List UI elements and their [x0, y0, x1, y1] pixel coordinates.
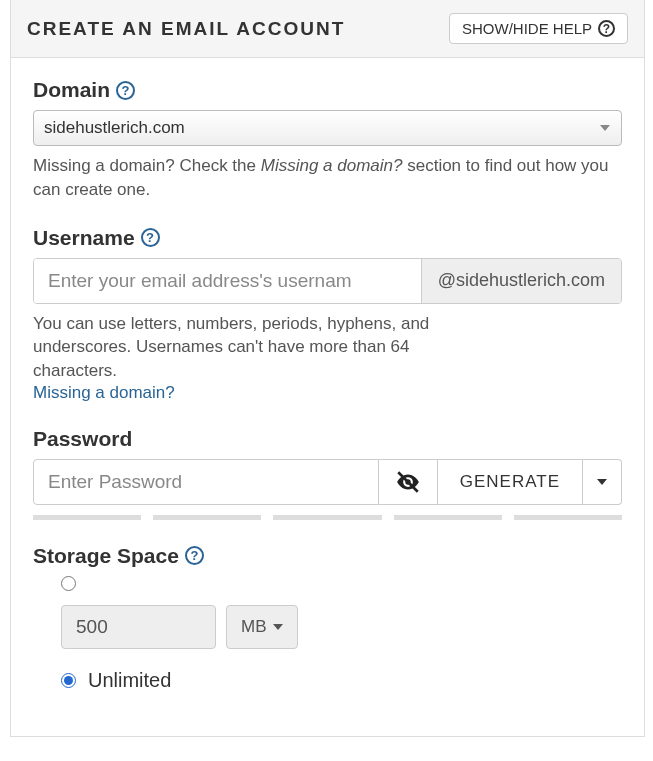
help-icon[interactable]: ?	[185, 546, 204, 565]
username-domain-suffix: @sidehustlerich.com	[421, 259, 621, 303]
page-title: Create an Email Account	[27, 18, 345, 40]
password-input-group: GENERATE	[33, 459, 622, 505]
panel-header: Create an Email Account SHOW/HIDE HELP ?	[11, 0, 644, 58]
storage-fixed-inputs: MB	[61, 605, 622, 649]
generate-password-button[interactable]: GENERATE	[438, 459, 583, 505]
password-label: Password	[33, 427, 132, 451]
domain-label: Domain	[33, 78, 110, 102]
strength-segment	[153, 515, 261, 520]
storage-unlimited-label: Unlimited	[88, 669, 171, 692]
domain-select[interactable]: sidehustlerich.com	[33, 110, 622, 146]
panel-body: Domain ? sidehustlerich.com Missing a do…	[11, 58, 644, 736]
domain-group: Domain ? sidehustlerich.com Missing a do…	[33, 78, 622, 202]
password-group: Password GENERATE	[33, 427, 622, 520]
help-button-label: SHOW/HIDE HELP	[462, 20, 592, 37]
username-group: Username ? @sidehustlerich.com You can u…	[33, 226, 622, 403]
create-email-panel: Create an Email Account SHOW/HIDE HELP ?…	[10, 0, 645, 737]
storage-fixed-option	[61, 576, 622, 591]
show-hide-help-button[interactable]: SHOW/HIDE HELP ?	[449, 13, 628, 44]
password-strength-meter	[33, 515, 622, 520]
storage-unlimited-radio[interactable]	[61, 673, 76, 688]
eye-slash-icon	[395, 469, 421, 495]
password-input[interactable]	[33, 459, 379, 505]
storage-amount-input[interactable]	[61, 605, 216, 649]
strength-segment	[273, 515, 381, 520]
question-icon: ?	[598, 20, 615, 37]
storage-unlimited-option: Unlimited	[61, 669, 622, 692]
storage-fixed-radio[interactable]	[61, 576, 76, 591]
toggle-password-visibility-button[interactable]	[379, 459, 438, 505]
strength-segment	[33, 515, 141, 520]
strength-segment	[514, 515, 622, 520]
username-input-group: @sidehustlerich.com	[33, 258, 622, 304]
domain-hint: Missing a domain? Check the Missing a do…	[33, 154, 622, 202]
storage-unit-dropdown[interactable]: MB	[226, 605, 298, 649]
domain-select-wrap: sidehustlerich.com	[33, 110, 622, 146]
username-input[interactable]	[34, 259, 421, 303]
chevron-down-icon	[597, 479, 607, 485]
strength-segment	[394, 515, 502, 520]
username-hint: You can use letters, numbers, periods, h…	[33, 312, 453, 383]
help-icon[interactable]: ?	[116, 81, 135, 100]
storage-label: Storage Space	[33, 544, 179, 568]
username-label: Username	[33, 226, 135, 250]
storage-unit-label: MB	[241, 617, 267, 637]
storage-group: Storage Space ? MB Unlimited	[33, 544, 622, 692]
missing-domain-link[interactable]: Missing a domain?	[33, 383, 175, 402]
chevron-down-icon	[273, 624, 283, 630]
password-options-dropdown-button[interactable]	[583, 459, 622, 505]
help-icon[interactable]: ?	[141, 228, 160, 247]
